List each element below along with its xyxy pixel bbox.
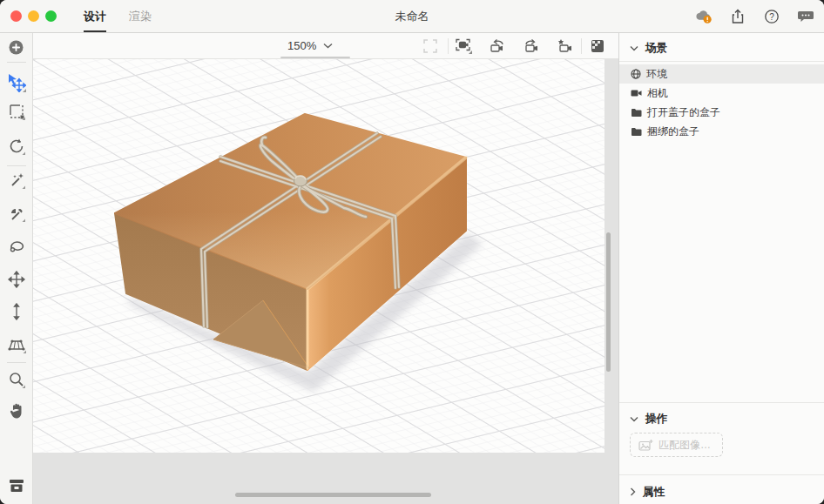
match-image-icon — [638, 439, 653, 452]
scene-item-tied-box[interactable]: 捆绑的盒子 — [619, 122, 824, 141]
properties-panel-title: 属性 — [643, 485, 665, 500]
perspective-tool[interactable] — [5, 334, 28, 357]
match-image-label: 匹配图像… — [659, 438, 711, 453]
camera-frame-button[interactable] — [453, 36, 476, 57]
chevron-right-icon — [630, 487, 636, 496]
help-icon[interactable]: ? — [762, 7, 781, 26]
scene-item-label: 打开盖子的盒子 — [647, 105, 720, 120]
scene-item-label: 环境 — [646, 67, 667, 82]
camera-bookmark-button[interactable] — [553, 36, 576, 57]
feedback-icon[interactable] — [796, 7, 815, 26]
chevron-down-icon — [323, 43, 333, 49]
chevron-down-icon — [630, 45, 638, 51]
pan-hand-tool[interactable] — [5, 400, 28, 422]
tab-design[interactable]: 设计 — [84, 0, 106, 33]
scene-item-label: 捆绑的盒子 — [647, 124, 699, 139]
bounds-tool[interactable] — [5, 100, 28, 123]
library-button[interactable] — [5, 474, 28, 497]
zoom-indicator-bar — [280, 57, 350, 58]
match-image-button[interactable]: 匹配图像… — [630, 433, 723, 457]
zoom-level-dropdown[interactable]: 150% — [280, 33, 340, 58]
canvas-toolbar: 150% — [33, 33, 618, 59]
zoom-tool[interactable] — [5, 368, 28, 391]
svg-text:?: ? — [769, 12, 774, 22]
share-icon[interactable] — [728, 7, 747, 26]
rotate-tool[interactable] — [5, 135, 28, 158]
cloud-sync-warning-icon[interactable] — [694, 7, 713, 26]
render-texture-button[interactable] — [586, 36, 609, 57]
vertical-scrollbar[interactable] — [606, 232, 611, 372]
mode-tabs: 设计 渲染 — [84, 0, 152, 33]
video-camera-icon — [631, 89, 642, 97]
minimize-window-button[interactable] — [28, 10, 39, 22]
tool-sidebar — [0, 33, 33, 504]
scene-panel-header[interactable]: 场景 — [619, 37, 824, 59]
camera-redo-button[interactable] — [520, 36, 543, 57]
fit-view-button[interactable] — [419, 36, 442, 57]
camera-undo-button[interactable] — [486, 36, 509, 57]
color-picker-tool[interactable] — [5, 202, 28, 225]
scene-item-camera[interactable]: 相机 — [619, 84, 824, 103]
close-window-button[interactable] — [10, 10, 22, 22]
elevate-tool[interactable] — [5, 300, 28, 323]
horizontal-scrollbar[interactable] — [235, 493, 431, 497]
maximize-window-button[interactable] — [45, 10, 57, 22]
chevron-down-icon — [630, 416, 638, 422]
scene-svg — [33, 59, 604, 453]
properties-panel-header[interactable]: 属性 — [619, 480, 824, 503]
app-window: 设计 渲染 未命名 — [0, 0, 824, 504]
zoom-level-value: 150% — [287, 39, 316, 52]
add-object-button[interactable] — [5, 36, 28, 58]
scene-item-open-lid-box[interactable]: 打开盖子的盒子 — [619, 103, 824, 122]
globe-icon — [631, 69, 641, 79]
actions-panel-header[interactable]: 操作 — [619, 407, 824, 430]
actions-panel-title: 操作 — [645, 412, 667, 427]
titlebar: 设计 渲染 未命名 — [0, 0, 824, 33]
viewport[interactable] — [33, 59, 618, 504]
scene-item-environment[interactable]: 环境 — [619, 64, 824, 84]
scene-item-label: 相机 — [647, 86, 668, 101]
tab-render[interactable]: 渲染 — [129, 0, 152, 33]
translate-tool[interactable] — [5, 268, 28, 291]
magic-wand-tool[interactable] — [5, 169, 28, 192]
folder-icon — [631, 108, 642, 118]
lasso-tool[interactable] — [5, 235, 28, 258]
select-move-tool[interactable] — [5, 71, 28, 94]
scene-panel-title: 场景 — [645, 41, 667, 56]
inspector-sidebar: 场景 环境 相机 打开盖子的盒子 捆绑的盒子 — [618, 33, 824, 504]
canvas-page[interactable] — [33, 59, 604, 453]
folder-icon — [631, 127, 642, 137]
